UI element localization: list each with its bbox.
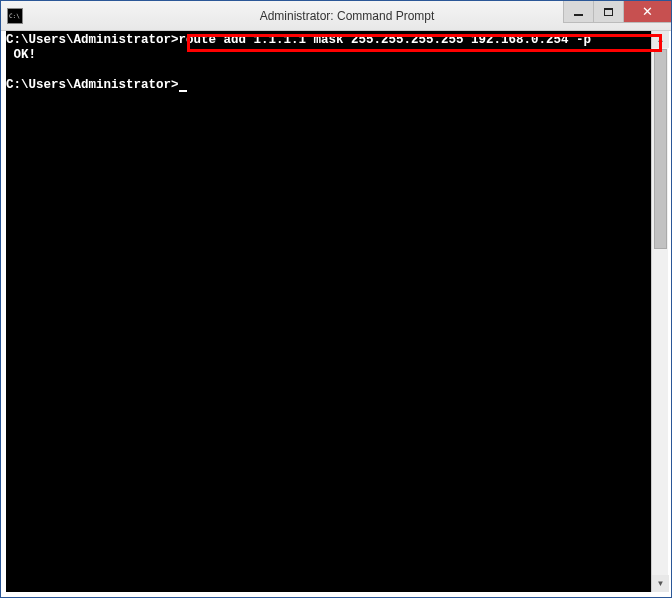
cmd-icon — [7, 8, 23, 24]
prompt-line-2: C:\Users\Administrator> — [6, 78, 187, 92]
minimize-button[interactable] — [563, 1, 593, 23]
command-text: route add 1.1.1.1 mask 255.255.255.255 1… — [179, 33, 592, 47]
command-prompt-window: Administrator: Command Prompt ✕ C:\Users… — [0, 0, 672, 598]
scroll-thumb[interactable] — [654, 49, 667, 249]
prompt-line-1: C:\Users\Administrator>route add 1.1.1.1… — [6, 33, 591, 47]
response-line: OK! — [6, 48, 36, 62]
titlebar[interactable]: Administrator: Command Prompt ✕ — [1, 1, 671, 31]
close-icon: ✕ — [642, 4, 653, 19]
cursor — [179, 90, 187, 92]
window-controls: ✕ — [563, 1, 671, 23]
minimize-icon — [574, 14, 583, 16]
maximize-icon — [604, 8, 613, 16]
terminal-output[interactable]: C:\Users\Administrator>route add 1.1.1.1… — [6, 31, 651, 592]
maximize-button[interactable] — [593, 1, 623, 23]
chevron-up-icon: ▲ — [657, 35, 665, 44]
scroll-down-button[interactable]: ▼ — [652, 575, 669, 592]
scroll-up-button[interactable]: ▲ — [652, 31, 669, 48]
vertical-scrollbar[interactable]: ▲ ▼ — [651, 31, 668, 592]
chevron-down-icon: ▼ — [657, 579, 665, 588]
close-button[interactable]: ✕ — [623, 1, 671, 23]
